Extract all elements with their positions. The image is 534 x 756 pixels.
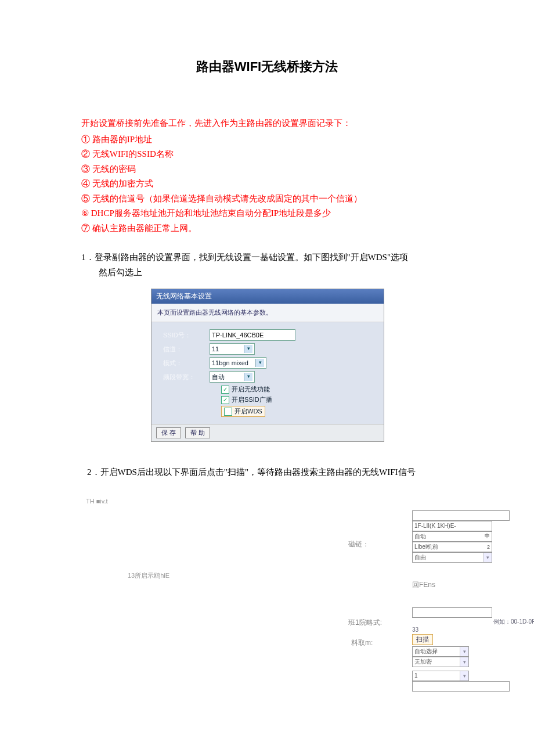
select[interactable]: 自动选择▾ [412,646,469,657]
prep-item: ① 路由器的IP地址 [81,132,453,147]
label-key: 班1院略式: [348,618,382,628]
example-text: 例如：00-1D-0F-11-22-33 [412,618,534,633]
prep-intro: 开始设置桥接前先准备工作，先进入作为主路由器的设置界面记录下： [81,116,453,131]
select[interactable]: 自由▾ [412,552,492,563]
field[interactable]: 1F-LII(K 1KH)E- [412,521,492,531]
field[interactable]: Libei机前2 [412,542,492,552]
ssid-input[interactable] [210,329,295,341]
band-label: 频段带宽： [163,373,210,381]
doc-title: 路由器WIFI无线桥接方法 [81,58,453,75]
chevron-down-icon: ▾ [460,647,468,656]
prep-block: 开始设置桥接前先准备工作，先进入作为主路由器的设置界面记录下： ① 路由器的IP… [81,116,453,236]
label-ci: 磁链： [348,539,369,549]
cb-ssid-label: 开启SSID广播 [232,395,272,404]
chevron-down-icon: ▾ [255,359,264,367]
wds-highlight: ✓ 开启WDS [221,406,265,417]
panel-desc: 本页面设置路由器无线网络的基本参数。 [151,304,384,322]
channel-select[interactable]: 11▾ [210,343,255,355]
field[interactable] [412,510,510,521]
garbled-text: 回FEns [412,580,534,590]
prep-item: ⑤ 无线的信道号（如果信道选择自动模式请先改成固定的其中一个信道） [81,192,453,207]
chevron-down-icon: ▾ [483,553,492,562]
prep-item: ② 无线WIFI的SSID名称 [81,147,453,162]
prep-item: ⑥ DHCP服务器地址池开始和地址池结束自动分配IP地址段是多少 [81,206,453,221]
step1-line1: 1．登录副路由器的设置界面，找到无线设置一基础设置。如下图找到"开启WDS"选项 [81,250,453,265]
help-button[interactable]: 帮 助 [185,427,210,438]
step1-line2: 然后勾选上 [81,265,453,280]
select[interactable]: 自动申 [412,531,492,542]
screenshot-wireless-basic: 无线网络基本设置 本页面设置路由器无线网络的基本参数。 SSID号： 信道： 1… [151,289,384,442]
select[interactable]: 1▾ [412,671,469,681]
chevron-down-icon: ▾ [460,657,468,667]
cb-wds-label: 开启WDS [234,407,262,416]
checkbox-wds[interactable]: ✓ [224,408,232,416]
garbled-text: TH ■iv.t [86,498,453,505]
panel-header: 无线网络基本设置 [151,289,384,304]
checkbox-wireless[interactable]: ✓ [221,386,229,394]
garbled-text: 13所启示鸥hiE [128,571,169,580]
step1: 1．登录副路由器的设置界面，找到无线设置一基础设置。如下图找到"开启WDS"选项… [81,250,453,280]
select[interactable]: 无加密▾ [412,657,469,667]
scan-button[interactable]: 扫描 [412,634,433,645]
prep-item: ④ 无线的加密方式 [81,177,453,192]
prep-item: ③ 无线的密码 [81,162,453,177]
chevron-down-icon: ▾ [244,345,252,353]
band-select[interactable]: 自动▾ [210,371,255,383]
ssid-label: SSID号： [163,331,210,340]
channel-label: 信道： [163,345,210,354]
label-qum: 料取m: [351,638,373,648]
prep-item: ⑦ 确认主路由器能正常上网。 [81,221,453,236]
field[interactable] [412,681,510,692]
bssid-input[interactable] [412,607,492,618]
checkbox-ssid-broadcast[interactable]: ✓ [221,396,229,404]
chevron-down-icon: ▾ [460,671,468,681]
mode-select[interactable]: 11bgn mixed▾ [210,357,266,369]
mode-label: 模式： [163,359,210,368]
cb-wireless-label: 开启无线功能 [232,385,270,394]
screenshot-wds-scan: TH ■iv.t 13所启示鸥hiE 磁链： 班1院略式: 料取m: 1F-LI… [81,498,453,673]
step2: 2．开启WDS后出现以下界面后点击"扫描"，等待路由器搜索主路由器的无线WIFI… [87,465,453,480]
save-button[interactable]: 保 存 [156,427,181,438]
chevron-down-icon: ▾ [244,373,252,381]
